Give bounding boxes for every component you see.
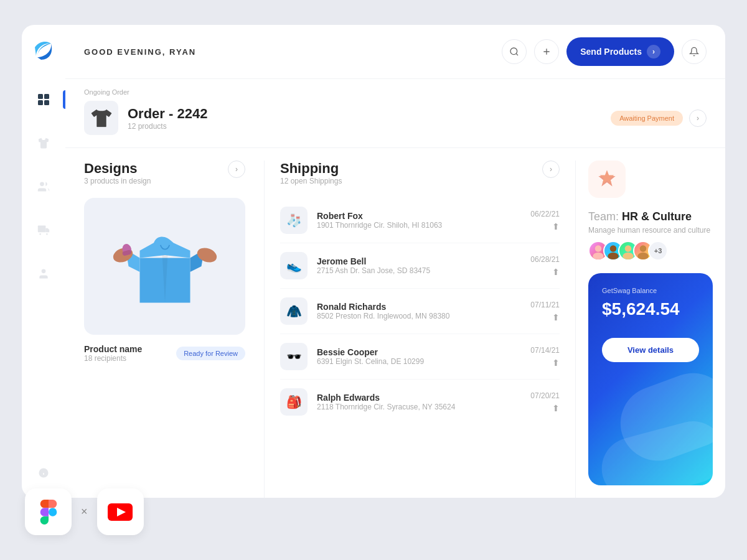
svg-point-21 bbox=[640, 245, 647, 252]
order-label: Ongoing Order bbox=[84, 88, 707, 96]
shipping-name-1: Jerome Bell bbox=[317, 256, 521, 266]
balance-card: GetSwag Balance $5,624.54 View details bbox=[588, 273, 713, 485]
shipping-name-4: Ralph Edwards bbox=[317, 393, 521, 403]
add-button[interactable] bbox=[534, 39, 559, 64]
header-actions: Send Products › bbox=[502, 37, 707, 66]
main-wrapper: GOOD EVENING, RYAN Send Products › bbox=[22, 25, 725, 498]
shipping-subtitle: 12 open Shippings bbox=[280, 177, 342, 185]
send-products-button[interactable]: Send Products › bbox=[566, 37, 674, 66]
order-product-count: 12 products bbox=[128, 122, 207, 131]
designs-header: Designs 3 products in design › bbox=[84, 161, 245, 195]
svg-point-20 bbox=[622, 253, 634, 260]
shipping-address-0: 1901 Thornridge Cir. Shiloh, HI 81063 bbox=[317, 221, 521, 230]
team-name: HR & Culture bbox=[622, 210, 692, 223]
greeting-text: GOOD EVENING, RYAN bbox=[84, 47, 502, 57]
shipping-avatar-0: 🧦 bbox=[280, 207, 308, 234]
shipping-date-3: 07/14/21 bbox=[530, 346, 560, 355]
app-separator: × bbox=[81, 505, 88, 518]
sidebar-item-clothing[interactable] bbox=[31, 131, 56, 156]
star-icon-container bbox=[588, 161, 626, 198]
right-top bbox=[588, 161, 713, 198]
shipping-meta-1: 06/28/21 ⬆ bbox=[530, 255, 560, 277]
svg-rect-3 bbox=[44, 100, 49, 105]
send-products-label: Send Products bbox=[580, 47, 642, 57]
sidebar-item-team[interactable] bbox=[31, 174, 56, 199]
shipping-date-2: 07/11/21 bbox=[530, 301, 560, 309]
svg-rect-2 bbox=[38, 100, 43, 105]
team-label: Team: bbox=[588, 210, 619, 223]
youtube-play-icon bbox=[117, 508, 126, 516]
shipping-action-3[interactable]: ⬆ bbox=[552, 358, 560, 368]
team-heading: Team: HR & Culture bbox=[588, 210, 713, 223]
shipping-nav-button[interactable]: › bbox=[542, 161, 560, 178]
order-thumbnail bbox=[84, 101, 118, 135]
notifications-button[interactable] bbox=[682, 39, 707, 64]
shipping-item: 🎒 Ralph Edwards 2118 Thornridge Cir. Syr… bbox=[280, 380, 560, 424]
shipping-meta-2: 07/11/21 ⬆ bbox=[530, 301, 560, 322]
shipping-title-group: Shipping 12 open Shippings bbox=[280, 161, 342, 195]
shipping-title-text: Shipping bbox=[280, 161, 342, 177]
review-badge: Ready for Review bbox=[176, 347, 245, 360]
shipping-action-4[interactable]: ⬆ bbox=[552, 403, 560, 413]
order-detail-button[interactable]: › bbox=[689, 110, 707, 127]
figma-app-icon[interactable] bbox=[25, 488, 72, 535]
svg-rect-0 bbox=[38, 94, 43, 99]
shipping-action-0[interactable]: ⬆ bbox=[552, 222, 560, 231]
design-card bbox=[84, 198, 245, 335]
shipping-avatar-2: 🧥 bbox=[280, 297, 308, 325]
order-info: Order - 2242 12 products bbox=[128, 106, 207, 131]
status-badge: Awaiting Payment bbox=[611, 111, 683, 126]
shipping-date-1: 06/28/21 bbox=[530, 255, 560, 264]
svg-point-16 bbox=[593, 253, 604, 260]
sidebar bbox=[22, 25, 65, 498]
svg-point-22 bbox=[637, 253, 649, 260]
svg-rect-4 bbox=[38, 226, 46, 233]
sidebar-item-info[interactable] bbox=[31, 460, 56, 485]
balance-label: GetSwag Balance bbox=[602, 287, 699, 294]
bottom-apps: × bbox=[25, 488, 144, 535]
design-name: Product name bbox=[84, 344, 142, 354]
shipping-action-1[interactable]: ⬆ bbox=[552, 267, 560, 277]
designs-nav-button[interactable]: › bbox=[228, 161, 245, 178]
shipping-name-0: Robert Fox bbox=[317, 211, 521, 221]
main-content: GOOD EVENING, RYAN Send Products › bbox=[65, 25, 725, 498]
view-details-button[interactable]: View details bbox=[602, 338, 699, 362]
shipping-meta-3: 07/14/21 ⬆ bbox=[530, 346, 560, 368]
columns: Designs 3 products in design › bbox=[65, 148, 725, 498]
shipping-avatar-4: 🎒 bbox=[280, 388, 308, 416]
shipping-header: Shipping 12 open Shippings › bbox=[280, 161, 560, 195]
shipping-action-2[interactable]: ⬆ bbox=[552, 312, 560, 322]
team-section: Team: HR & Culture Manage human resource… bbox=[588, 210, 713, 261]
shipping-info-0: Robert Fox 1901 Thornridge Cir. Shiloh, … bbox=[317, 211, 521, 230]
search-button[interactable] bbox=[502, 39, 527, 64]
svg-point-8 bbox=[510, 48, 517, 55]
shipping-avatar-3: 🕶️ bbox=[280, 343, 308, 370]
order-row: Order - 2242 12 products Awaiting Paymen… bbox=[84, 101, 707, 135]
shipping-info-4: Ralph Edwards 2118 Thornridge Cir. Syrac… bbox=[317, 393, 521, 411]
sidebar-item-dashboard[interactable] bbox=[31, 87, 56, 112]
shipping-address-3: 6391 Elgin St. Celina, DE 10299 bbox=[317, 357, 521, 366]
sidebar-item-shipping[interactable] bbox=[31, 218, 56, 243]
shipping-name-2: Ronald Richards bbox=[317, 302, 521, 312]
order-title: Order - 2242 bbox=[128, 106, 207, 122]
balance-amount: $5,624.54 bbox=[602, 299, 699, 319]
shipping-info-3: Bessie Cooper 6391 Elgin St. Celina, DE … bbox=[317, 347, 521, 366]
app-logo[interactable] bbox=[31, 37, 56, 62]
design-info: Product name 18 recipients bbox=[84, 344, 142, 363]
shipping-item: 🧥 Ronald Richards 8502 Preston Rd. Ingle… bbox=[280, 289, 560, 334]
design-footer: Product name 18 recipients Ready for Rev… bbox=[84, 344, 245, 363]
order-section: Ongoing Order Order - 2242 12 products A… bbox=[65, 79, 725, 148]
youtube-app-icon[interactable] bbox=[97, 488, 144, 535]
shipping-name-3: Bessie Cooper bbox=[317, 347, 521, 357]
shipping-item: 🕶️ Bessie Cooper 6391 Elgin St. Celina, … bbox=[280, 334, 560, 380]
youtube-icon bbox=[108, 503, 133, 521]
shipping-address-2: 8502 Preston Rd. Inglewood, MN 98380 bbox=[317, 312, 521, 320]
designs-column: Designs 3 products in design › bbox=[65, 161, 265, 498]
svg-point-15 bbox=[595, 245, 602, 252]
shipping-info-2: Ronald Richards 8502 Preston Rd. Inglewo… bbox=[317, 302, 521, 320]
shipping-item: 👟 Jerome Bell 2715 Ash Dr. San Jose, SD … bbox=[280, 243, 560, 289]
svg-point-18 bbox=[608, 253, 619, 260]
team-desc: Manage human resource and culture bbox=[588, 226, 713, 235]
sidebar-item-user[interactable] bbox=[31, 261, 56, 286]
avatar-more-count: +3 bbox=[654, 247, 662, 254]
